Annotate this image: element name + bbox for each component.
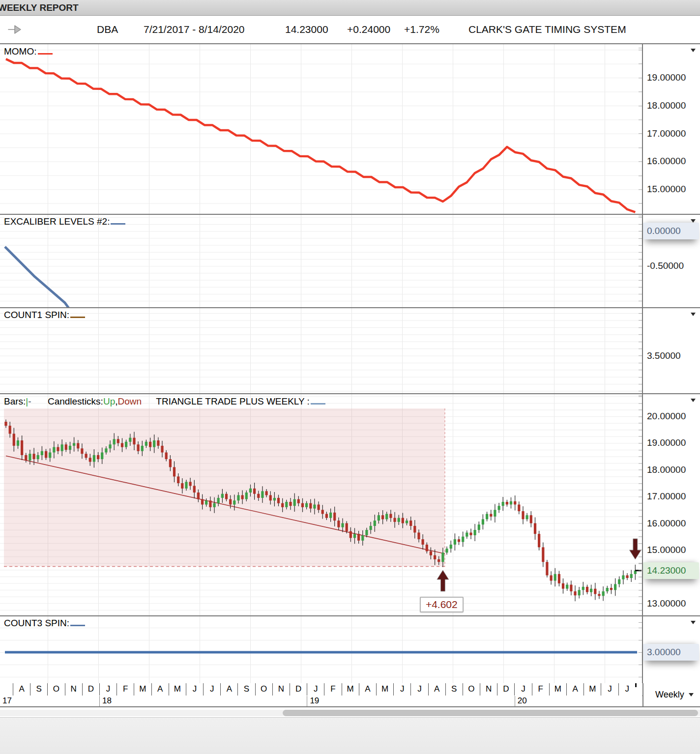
month-cell: A [13,683,30,696]
count3-value-blank [70,618,85,626]
month-cell: A [428,683,445,696]
price-axis-line [642,44,643,707]
count1-axis-value: 3.50000 [647,350,681,361]
price-plot[interactable] [0,394,642,615]
price-panel-dropdown-icon[interactable] [691,399,696,402]
count1-value-blank [70,310,85,318]
count3-panel-dropdown-icon[interactable] [691,621,696,624]
year-axis: 17181920 [0,696,642,706]
year-cell: 17 [0,696,99,706]
excaliber-axis-ticks [639,215,642,307]
panel-separator [0,615,700,616]
momo-axis-value: 15.00000 [647,184,686,195]
momo-panel-label: MOMO: [4,46,53,57]
month-cell: J [618,683,636,696]
month-cell: O [47,683,64,696]
momo-axis-value: 18.00000 [647,100,686,111]
price-axis-value: 18.00000 [647,464,686,475]
strategy-value-blank [311,397,325,405]
month-cell: D [497,683,514,696]
month-cell: A [566,683,583,696]
momo-plot[interactable] [0,44,642,214]
current-week-tick [635,683,637,687]
interval-selector[interactable]: Weekly [642,683,700,706]
month-cell: J [186,683,203,696]
momo-axis-ticks [639,44,642,214]
panel-separator [0,214,700,215]
month-cell: A [220,683,237,696]
month-cell: M [169,683,186,696]
momo-panel-dropdown-icon[interactable] [691,49,696,52]
month-cell: J [410,683,428,696]
count3-plot[interactable] [0,616,642,683]
year-cell: 18 [99,696,307,706]
momo-axis-value: 19.00000 [647,72,686,83]
month-cell: J [601,683,618,696]
price-axis-value: 16.00000 [647,518,686,529]
month-cell: D [82,683,99,696]
app-window: WEEKLY REPORT DBA 7/21/2017 - 8/14/2020 … [0,0,700,754]
price-axis-value: 19.00000 [647,437,686,448]
month-cell: J [514,683,531,696]
count3-axis-value-highlight: 3.00000 [643,644,699,661]
month-cell: A [151,683,169,696]
month-cell: O [463,683,480,696]
year-cell: 19 [307,696,514,706]
excaliber-plot[interactable] [0,215,642,307]
bottom-toolbar [0,717,700,754]
panel-separator [0,393,700,394]
month-lead-blank [0,683,13,696]
price-axis-ticks [639,394,642,615]
month-axis: ASONDJFMAMJJASONDJFMAMJJASONDJFMAMJJ [0,683,642,696]
momo-value-blank [38,47,53,55]
excaliber-panel-label: EXCALIBER LEVELS #2: [4,216,125,227]
month-cell: M [549,683,566,696]
momo-axis-value: 16.00000 [647,156,686,167]
count1-panel-label: COUNT1 SPIN: [4,310,85,320]
month-cell: J [203,683,220,696]
month-cell: D [290,683,307,696]
count3-axis-ticks [639,616,642,683]
price-panel-label: Bars:|- Candlesticks:Up,Down TRIANGLE TR… [4,396,325,407]
price-axis-value: 15.00000 [647,545,686,555]
trade-gain-label: +4.602 [420,597,464,612]
excaliber-panel-dropdown-icon[interactable] [691,219,696,223]
month-cell: N [480,683,497,696]
panel-separator [0,307,700,308]
month-cell: F [324,683,341,696]
year-cell: 20 [515,696,642,706]
month-cell: N [65,683,82,696]
month-cell: F [532,683,549,696]
count1-plot[interactable] [0,308,642,393]
count1-axis-ticks [639,308,642,393]
momo-axis-value: 17.00000 [647,128,686,139]
excaliber-value-blank [111,217,125,225]
month-cell: M [134,683,151,696]
price-axis-value: 17.00000 [647,491,686,502]
horizontal-scrollbar-thumb[interactable] [283,710,698,716]
month-cell: O [255,683,272,696]
month-cell: M [342,683,359,696]
count1-panel-dropdown-icon[interactable] [691,313,696,316]
month-cell: F [117,683,134,696]
interval-dropdown-icon[interactable] [689,693,694,696]
excaliber-axis-value: -0.50000 [647,261,684,271]
month-cell: J [307,683,324,696]
month-cell: S [237,683,255,696]
charts-region: MOMO: EXCALIBER LEVELS #2: COUNT1 SPIN: … [0,0,700,717]
month-cell: M [376,683,393,696]
month-cell: N [272,683,290,696]
price-axis-value: 13.00000 [647,598,686,609]
month-cell: M [583,683,601,696]
month-cell: J [99,683,117,696]
price-axis-value-highlight: 14.23000 [643,562,699,579]
month-cell: J [393,683,410,696]
excaliber-axis-value-highlight: 0.00000 [643,223,699,239]
month-cell: S [445,683,463,696]
month-cell: A [359,683,376,696]
price-axis-value: 20.00000 [647,411,686,422]
count3-panel-label: COUNT3 SPIN: [4,618,85,629]
month-cell: S [30,683,47,696]
